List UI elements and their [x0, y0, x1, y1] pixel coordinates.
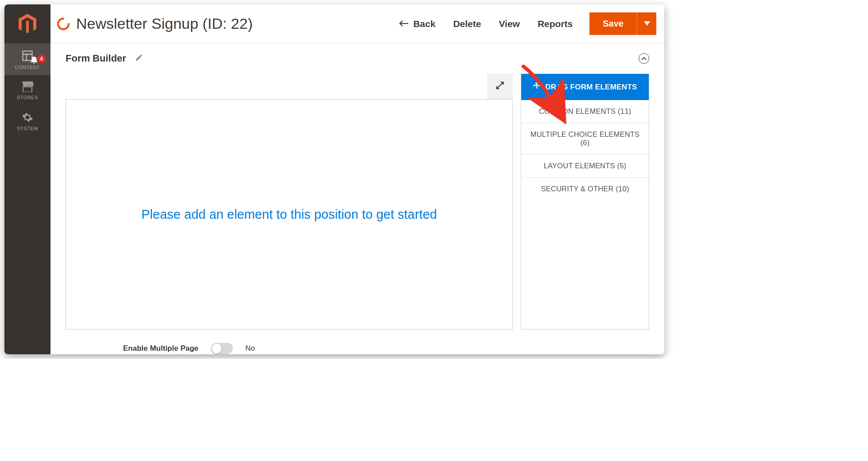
loading-spinner-icon — [57, 17, 70, 31]
canvas-placeholder-text: Please add an element to this position t… — [141, 207, 437, 222]
canvas-column: Please add an element to this position t… — [66, 74, 513, 329]
element-category-layout[interactable]: LAYOUT ELEMENTS (5) — [521, 155, 649, 178]
element-category-multiple-choice[interactable]: MULTIPLE CHOICE ELEMENTS (6) — [521, 123, 649, 155]
system-icon — [22, 112, 33, 123]
triangle-down-icon — [644, 20, 650, 27]
reports-button[interactable]: Reports — [529, 14, 581, 34]
element-category-common[interactable]: COMMON ELEMENTS (11) — [521, 100, 649, 123]
magento-logo[interactable] — [4, 4, 50, 43]
form-canvas[interactable]: Please add an element to this position t… — [66, 99, 513, 329]
page-title: Newsletter Signup (ID: 22) — [76, 15, 253, 32]
reports-label: Reports — [538, 19, 573, 29]
collapse-toggle[interactable] — [639, 53, 649, 64]
delete-label: Delete — [453, 19, 481, 29]
view-label: View — [499, 19, 519, 29]
form-footer: Enable Multiple Page No — [66, 329, 649, 354]
expand-icon — [495, 81, 505, 92]
element-category-security[interactable]: SECURITY & OTHER (10) — [521, 178, 649, 200]
svg-point-4 — [58, 19, 69, 29]
main-content: Newsletter Signup (ID: 22) Back Delete V… — [50, 4, 664, 354]
admin-sidebar: CONTENT 4 STORES — [4, 4, 50, 354]
svg-line-6 — [497, 82, 504, 89]
multi-page-toggle[interactable] — [211, 343, 233, 354]
svg-rect-3 — [23, 87, 32, 92]
elements-panel: DRAG FORM ELEMENTS COMMON ELEMENTS (11) … — [521, 74, 649, 329]
notification-badge[interactable]: 4 — [37, 55, 46, 63]
page-header: Newsletter Signup (ID: 22) Back Delete V… — [50, 4, 664, 43]
multi-page-value: No — [245, 344, 255, 353]
save-button-group: Save — [589, 12, 656, 35]
move-icon — [533, 82, 541, 92]
elements-panel-header: DRAG FORM ELEMENTS — [521, 74, 649, 100]
view-button[interactable]: View — [490, 14, 528, 34]
pencil-icon[interactable] — [135, 54, 143, 63]
chevron-up-icon — [641, 54, 647, 62]
section-header: Form Builder — [66, 50, 649, 67]
multi-page-label: Enable Multiple Page — [123, 344, 198, 353]
arrow-left-icon — [399, 19, 409, 29]
back-button[interactable]: Back — [390, 14, 444, 34]
stores-icon — [21, 81, 34, 92]
delete-button[interactable]: Delete — [444, 14, 490, 34]
section-title: Form Builder — [66, 53, 126, 64]
sidebar-item-stores[interactable]: STORES — [4, 75, 50, 105]
sidebar-item-label: STORES — [17, 95, 38, 100]
fullscreen-button[interactable] — [487, 74, 513, 99]
save-dropdown-toggle[interactable] — [637, 12, 656, 35]
form-builder-section: Form Builder — [50, 43, 664, 354]
back-label: Back — [413, 19, 435, 29]
save-button[interactable]: Save — [589, 12, 637, 35]
sidebar-item-system[interactable]: SYSTEM — [4, 105, 50, 136]
sidebar-item-label: SYSTEM — [17, 126, 38, 131]
sidebar-item-content[interactable]: CONTENT 4 — [4, 43, 50, 75]
elements-panel-title: DRAG FORM ELEMENTS — [545, 83, 637, 92]
